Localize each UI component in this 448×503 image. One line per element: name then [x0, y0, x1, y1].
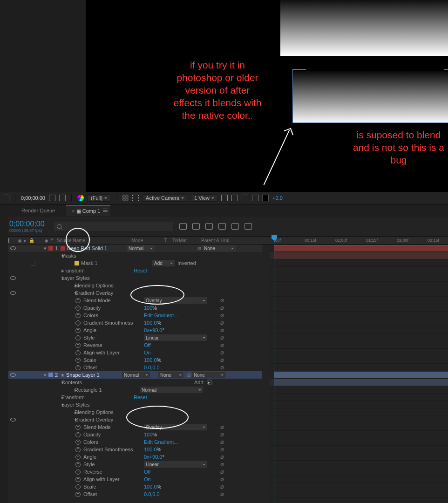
composition-viewer: if you try it in photoshop or older vers…: [0, 0, 448, 192]
layer-1-row[interactable]: 1 Deep Red Solid 1 Normal ⌀ None: [8, 245, 262, 252]
exposure-value[interactable]: +0.0: [272, 195, 283, 201]
mode-header[interactable]: Mode: [131, 238, 143, 243]
mask-1-twirl[interactable]: [59, 260, 75, 266]
playhead[interactable]: [274, 235, 275, 503]
arrow-annotation: [264, 130, 290, 185]
mask-1-chip[interactable]: [31, 261, 35, 265]
time-display[interactable]: 0;00;00;00: [21, 195, 45, 201]
exposure-reset-icon[interactable]: [262, 195, 269, 201]
search-icon: [57, 224, 61, 229]
layer-styles-1-twirl[interactable]: [53, 275, 61, 281]
show-snapshot-icon[interactable]: [59, 195, 66, 201]
pixel-aspect-icon[interactable]: [242, 195, 248, 201]
video-column-icon[interactable]: [8, 238, 9, 244]
opacity-2-value[interactable]: 100: [144, 432, 152, 437]
frame-blend-icon[interactable]: [218, 223, 226, 230]
source-name-header[interactable]: Source Name: [57, 238, 85, 243]
views-dropdown[interactable]: 1 View: [191, 194, 217, 202]
layer-1-twirl[interactable]: [44, 245, 47, 251]
tab-comp-1[interactable]: × ▦ Comp 1: [66, 205, 110, 216]
layer-2-parent-dropdown[interactable]: None: [192, 372, 225, 378]
viewer-toolbar: 0;00;00;00 (Full) Active Camera 1 View +…: [0, 192, 448, 204]
masks-twirl[interactable]: [53, 253, 61, 259]
timeline-tracks[interactable]: [270, 245, 448, 503]
gradient-overlay-1-visibility-icon[interactable]: [10, 291, 16, 295]
current-timecode[interactable]: 0;00;00;00: [9, 220, 45, 228]
layer-2-trkmat-dropdown[interactable]: None: [158, 372, 183, 378]
layer-1-visibility-icon[interactable]: [10, 246, 16, 250]
layer-1-parent-pickwhip-icon[interactable]: ⌀: [197, 245, 202, 251]
mask-1-mode-dropdown[interactable]: Add: [152, 260, 175, 266]
parent-header[interactable]: Parent & Link: [201, 238, 229, 243]
view-options-icon-2[interactable]: [231, 195, 238, 201]
resolution-dropdown[interactable]: (Full): [88, 194, 110, 202]
add-contents-icon[interactable]: ▸: [207, 380, 212, 385]
rectangle-1-mode-dropdown[interactable]: Normal: [140, 387, 203, 393]
mask-bounds-icon[interactable]: [3, 195, 9, 201]
hide-shy-icon[interactable]: [205, 223, 213, 230]
time-ruler[interactable]: ;00f 00:15f 01;00f 01:15f 02;00f 02:15f: [270, 236, 448, 245]
panel-tabs: Render Queue × ▦ Comp 1: [0, 204, 448, 217]
gradient-layer-1: [280, 0, 448, 56]
frame-rate-label: 00000 (29.97 fps): [9, 228, 45, 233]
rectangle-1-name[interactable]: Rectangle 1: [75, 387, 140, 393]
annotation-text-1: if you try it in photoshop or older vers…: [173, 59, 262, 122]
lock-column-icon[interactable]: 🔒: [29, 238, 34, 243]
layer-1-name[interactable]: Deep Red Solid 1: [67, 245, 127, 251]
style-2-dropdown[interactable]: Linear: [144, 461, 207, 468]
shape-layer-icon: ★: [61, 373, 65, 378]
fast-previews-icon[interactable]: [252, 195, 258, 201]
comp-mini-flowchart-icon[interactable]: [179, 223, 187, 230]
layer-2-label-color[interactable]: [48, 373, 53, 377]
transform-1-twirl[interactable]: [53, 268, 61, 274]
tab-render-queue[interactable]: Render Queue: [19, 206, 58, 215]
motion-blur-icon[interactable]: [231, 223, 239, 230]
gradient-layer-2-selected[interactable]: [293, 71, 448, 122]
color-channel-icon[interactable]: [77, 195, 84, 201]
canvas[interactable]: if you try it in photoshop or older vers…: [86, 0, 448, 192]
search-input[interactable]: [54, 222, 173, 231]
layer-2-name[interactable]: Shape Layer 1: [66, 372, 122, 378]
gradient-overlay-1-twirl[interactable]: [59, 290, 75, 296]
transform-2-reset[interactable]: Reset: [134, 394, 147, 400]
camera-dropdown[interactable]: Active Camera: [143, 194, 187, 202]
colors-2-edit[interactable]: Edit Gradient...: [144, 439, 178, 445]
layer-1-parent-dropdown[interactable]: None: [202, 245, 236, 252]
style-1-dropdown[interactable]: Linear: [144, 334, 207, 341]
tab-menu-icon[interactable]: [103, 208, 108, 213]
blend-mode-2-dropdown[interactable]: Overlay: [144, 424, 207, 430]
gradient-overlay-2-twirl[interactable]: [59, 417, 75, 423]
opacity-1-value[interactable]: 100: [144, 305, 152, 311]
annotation-text-2: is suposed to blend and is not so this i…: [347, 129, 448, 166]
layer-styles-1-visibility-icon[interactable]: [10, 276, 16, 280]
gradient-overlay-2-visibility-icon[interactable]: [10, 418, 16, 421]
layer-2-row[interactable]: 2 ★ Shape Layer 1 Normal None ⌀ None: [8, 371, 262, 379]
graph-editor-icon[interactable]: [244, 223, 252, 230]
colors-1-edit[interactable]: Edit Gradient...: [144, 313, 178, 318]
view-options-icon-1[interactable]: [221, 195, 228, 201]
mask-1-name[interactable]: Mask 1: [81, 260, 97, 266]
stopwatch-icon[interactable]: [75, 298, 81, 303]
roi-icon[interactable]: [132, 195, 139, 201]
layer-2-visibility-icon[interactable]: [10, 373, 16, 377]
layer-2-duration-bar[interactable]: [274, 372, 448, 378]
layer-1-duration-bar[interactable]: [274, 245, 448, 252]
layer-1-label-color[interactable]: [48, 246, 53, 251]
blend-mode-1-dropdown[interactable]: Overlay: [144, 297, 207, 304]
timeline-panel: Render Queue × ▦ Comp 1 0;00;00;00 00000…: [0, 204, 448, 503]
transparency-grid-icon[interactable]: [122, 195, 129, 201]
layer-2-parent-pickwhip-icon[interactable]: ⌀: [186, 372, 192, 378]
layer-2-mode-dropdown[interactable]: Normal: [122, 372, 150, 378]
draft-3d-icon[interactable]: [192, 223, 200, 230]
snapshot-icon[interactable]: [49, 195, 55, 201]
transform-1-reset[interactable]: Reset: [134, 268, 147, 273]
pickwhip-icon[interactable]: ⌀: [219, 298, 225, 303]
trkmat-header[interactable]: TrkMat: [172, 238, 187, 243]
mask-1-inverted[interactable]: Inverted: [177, 260, 206, 266]
close-tab-icon[interactable]: ×: [72, 208, 75, 214]
layer-2-twirl[interactable]: [44, 372, 47, 378]
layer-1-mode-dropdown[interactable]: Normal: [127, 245, 155, 252]
